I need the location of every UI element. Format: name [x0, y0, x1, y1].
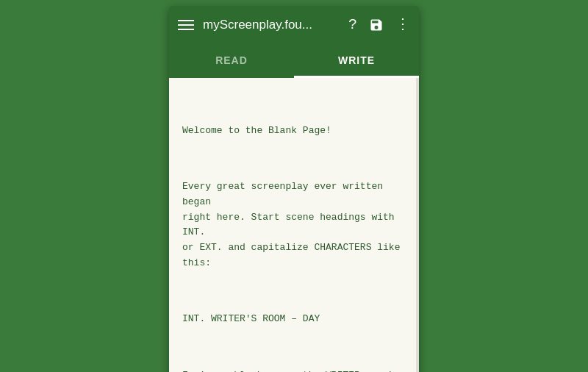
content-area: Welcome to the Blank Page! Every great s… — [169, 78, 419, 372]
para-2: Every great screenplay ever written bega… — [182, 179, 406, 271]
screenplay-text: Welcome to the Blank Page! Every great s… — [182, 93, 406, 372]
top-bar: myScreenplay.fou... ? ⋮ — [169, 6, 419, 44]
para-4: Facing a blank page, the WRITER cracks h… — [182, 368, 406, 372]
help-icon[interactable]: ? — [348, 18, 357, 32]
scroll-indicator — [416, 78, 419, 372]
phone-container: myScreenplay.fou... ? ⋮ READ WRITE — [169, 6, 419, 366]
para-1: Welcome to the Blank Page! — [182, 124, 406, 139]
top-bar-icons: ? ⋮ — [348, 18, 410, 32]
tabs-bar: READ WRITE — [169, 44, 419, 78]
app-window: myScreenplay.fou... ? ⋮ READ WRITE — [169, 6, 419, 372]
more-options-icon[interactable]: ⋮ — [395, 18, 410, 32]
hamburger-menu-icon[interactable] — [178, 20, 194, 30]
tab-write[interactable]: WRITE — [294, 44, 419, 76]
para-3: INT. WRITER'S ROOM – DAY — [182, 312, 406, 327]
save-icon[interactable] — [369, 18, 384, 32]
tab-read[interactable]: READ — [169, 44, 294, 76]
app-title: myScreenplay.fou... — [203, 18, 340, 32]
